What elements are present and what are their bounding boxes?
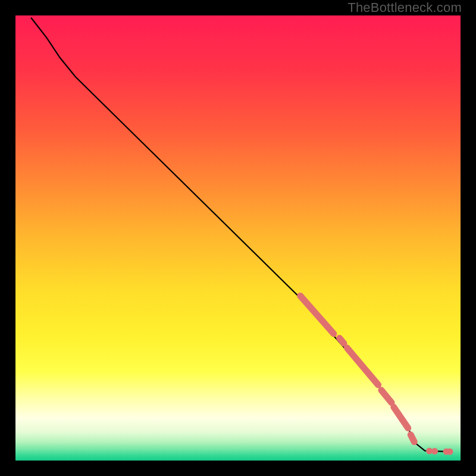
bottleneck-chart xyxy=(15,15,461,461)
watermark-label: TheBottleneck.com xyxy=(347,0,462,15)
marker-segment xyxy=(340,338,344,343)
gradient-background xyxy=(15,15,461,461)
marker-point xyxy=(431,448,438,455)
chart-frame: TheBottleneck.com xyxy=(0,0,476,476)
marker-segment xyxy=(411,435,414,442)
marker-point xyxy=(447,449,453,455)
